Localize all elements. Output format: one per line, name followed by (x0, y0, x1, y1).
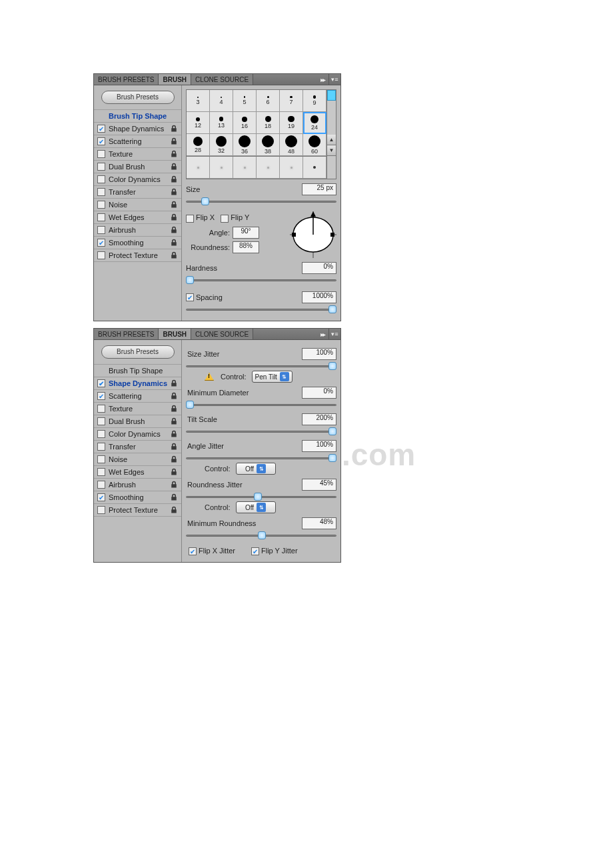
brush-tip-cell[interactable]: 36 (233, 134, 257, 156)
lock-icon[interactable] (169, 162, 179, 171)
tab-clone-source[interactable]: CLONE SOURCE (191, 74, 253, 85)
lock-icon[interactable] (169, 379, 179, 388)
brush-soft-cell[interactable] (210, 157, 233, 179)
option-checkbox[interactable] (97, 443, 105, 451)
brush-tip-cell[interactable]: 28 (187, 134, 210, 156)
brush-soft-cell[interactable] (303, 157, 326, 179)
option-checkbox[interactable] (97, 506, 105, 514)
option-checkbox[interactable] (97, 493, 105, 501)
sidebar-item-smoothing[interactable]: Smoothing (94, 491, 181, 504)
brush-tip-cell[interactable]: 7 (280, 90, 303, 112)
lock-icon[interactable] (169, 187, 179, 197)
collapse-icon[interactable] (316, 74, 328, 85)
sidebar-item-noise[interactable]: Noise (94, 453, 181, 466)
angle-input[interactable]: 90° (233, 227, 259, 239)
lock-icon[interactable] (169, 213, 179, 222)
option-checkbox[interactable] (97, 125, 105, 133)
option-checkbox[interactable] (97, 392, 105, 400)
tilt-scale-input[interactable]: 200% (302, 413, 336, 425)
sidebar-item-protect-texture[interactable]: Protect Texture (94, 249, 181, 262)
option-checkbox[interactable] (97, 239, 105, 247)
lock-icon[interactable] (169, 366, 179, 375)
roundness-input[interactable]: 88% (233, 241, 259, 253)
tab-brush-presets[interactable]: BRUSH PRESETS (94, 329, 159, 339)
tab-brush[interactable]: BRUSH (159, 329, 191, 339)
option-checkbox[interactable] (97, 213, 105, 221)
brush-tip-cell[interactable]: 4 (210, 90, 233, 112)
lock-icon[interactable] (169, 480, 179, 489)
sidebar-item-texture[interactable]: Texture (94, 147, 181, 161)
lock-icon[interactable] (169, 493, 179, 502)
selected-brush-indicator[interactable] (327, 90, 336, 101)
option-checkbox[interactable] (97, 201, 105, 209)
sidebar-item-noise[interactable]: Noise (94, 198, 181, 211)
brush-soft-cell[interactable] (187, 157, 210, 179)
option-checkbox[interactable] (97, 468, 105, 476)
brush-tip-cell[interactable]: 38 (257, 134, 280, 156)
brush-soft-cell[interactable] (280, 157, 303, 179)
size-slider[interactable] (186, 197, 336, 206)
lock-icon[interactable] (169, 467, 179, 477)
lock-icon[interactable] (169, 225, 179, 235)
brush-tip-cell[interactable]: 3 (187, 90, 210, 112)
option-checkbox[interactable] (97, 150, 105, 158)
lock-icon[interactable] (169, 251, 179, 260)
sidebar-item-brush-tip-shape[interactable]: Brush Tip Shape (94, 109, 181, 123)
min-roundness-slider[interactable] (186, 531, 336, 540)
brush-tip-cell[interactable]: 24 (303, 112, 326, 134)
brush-tip-cell[interactable]: 60 (303, 134, 326, 156)
option-checkbox[interactable] (97, 163, 105, 171)
sidebar-item-shape-dynamics[interactable]: Shape Dynamics (94, 377, 181, 390)
spacing-checkbox[interactable] (186, 293, 194, 301)
lock-icon[interactable] (169, 505, 179, 515)
brush-tip-cell[interactable]: 32 (210, 134, 233, 156)
option-checkbox[interactable] (97, 175, 105, 183)
lock-icon[interactable] (169, 429, 179, 439)
lock-icon[interactable] (169, 417, 179, 426)
option-checkbox[interactable] (97, 226, 105, 234)
sidebar-item-dual-brush[interactable]: Dual Brush (94, 160, 181, 173)
collapse-icon[interactable] (316, 329, 328, 339)
sidebar-item-color-dynamics[interactable]: Color Dynamics (94, 427, 181, 441)
min-diameter-slider[interactable] (186, 400, 336, 409)
flip-x-jitter-checkbox[interactable] (189, 547, 197, 555)
brush-tip-cell[interactable]: 6 (257, 90, 280, 112)
option-checkbox[interactable] (97, 379, 105, 387)
brush-tip-cell[interactable]: 19 (280, 112, 303, 134)
brush-tip-cell[interactable]: 18 (257, 112, 280, 134)
lock-icon[interactable] (169, 111, 179, 121)
flip-y-jitter-checkbox[interactable] (251, 547, 259, 555)
spacing-slider[interactable] (186, 305, 336, 314)
scroll-down-icon[interactable]: ▼ (327, 145, 336, 156)
lock-icon[interactable] (169, 124, 179, 133)
roundness-control-dropdown[interactable]: Off (236, 501, 276, 513)
tilt-scale-slider[interactable] (186, 427, 336, 436)
sidebar-item-texture[interactable]: Texture (94, 402, 181, 415)
roundness-jitter-input[interactable]: 45% (302, 479, 336, 491)
brush-tip-cell[interactable]: 16 (233, 112, 257, 134)
brush-presets-button[interactable]: Brush Presets (101, 345, 175, 359)
angle-roundness-widget[interactable] (290, 211, 336, 258)
brush-soft-cell[interactable] (257, 157, 280, 179)
brush-tip-cell[interactable]: 48 (280, 134, 303, 156)
tab-brush[interactable]: BRUSH (159, 74, 191, 85)
flip-x-checkbox[interactable] (186, 215, 194, 223)
size-input[interactable]: 25 px (302, 183, 336, 195)
brush-tip-grid[interactable]: 345679121316181924283236384860 (186, 89, 327, 157)
sidebar-item-wet-edges[interactable]: Wet Edges (94, 465, 181, 479)
angle-jitter-slider[interactable] (186, 453, 336, 463)
tab-clone-source[interactable]: CLONE SOURCE (191, 329, 253, 339)
angle-control-dropdown[interactable]: Off (236, 463, 276, 475)
panel-menu-icon[interactable] (328, 329, 340, 339)
lock-icon[interactable] (169, 137, 179, 146)
sidebar-item-dual-brush[interactable]: Dual Brush (94, 415, 181, 428)
lock-icon[interactable] (169, 149, 179, 159)
lock-icon[interactable] (169, 175, 179, 184)
sidebar-item-transfer[interactable]: Transfer (94, 440, 181, 453)
sidebar-item-airbrush[interactable]: Airbrush (94, 478, 181, 491)
sidebar-item-shape-dynamics[interactable]: Shape Dynamics (94, 122, 181, 135)
size-jitter-slider[interactable] (186, 361, 336, 371)
brush-grid-scrollbar[interactable]: ▲ ▼ (327, 89, 336, 157)
lock-icon[interactable] (169, 391, 179, 401)
option-checkbox[interactable] (97, 137, 105, 145)
